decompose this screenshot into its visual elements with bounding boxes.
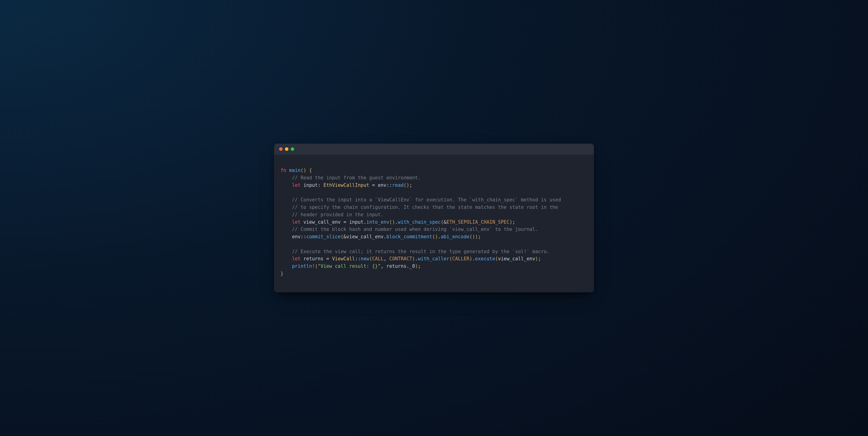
code-token: execute — [475, 256, 495, 262]
code-token: // Read the input from the guest environ… — [292, 175, 421, 180]
code-token: _0 — [409, 263, 415, 269]
code-token: ( — [441, 219, 443, 225]
code-token: view_call_env — [498, 256, 535, 262]
code-token — [281, 197, 292, 203]
code-token: ( — [341, 234, 343, 239]
code-token: let — [292, 256, 301, 262]
code-token: ) — [415, 263, 418, 269]
code-token: & — [344, 234, 346, 239]
code-token: . — [438, 234, 441, 239]
code-token: ; — [538, 256, 541, 262]
code-token: :: — [355, 256, 361, 262]
code-token: . — [364, 219, 366, 225]
code-token: ETH_SEPOLIA_CHAIN_SPEC — [446, 219, 509, 225]
code-token: ()) — [469, 234, 478, 239]
code-token: . — [415, 256, 418, 262]
code-token: // Execute the view call; it returns the… — [292, 249, 550, 254]
code-token: . — [472, 256, 475, 262]
code-token: :: — [301, 234, 306, 239]
code-token — [281, 227, 292, 232]
code-token: new — [361, 256, 369, 262]
minimize-icon[interactable] — [285, 147, 288, 151]
code-token: view_call_env — [346, 234, 383, 239]
code-token: ) — [509, 219, 512, 225]
code-token: returns — [386, 263, 406, 269]
code-token: ; — [418, 263, 421, 269]
code-token: // to specify the chain configuration. I… — [292, 204, 558, 210]
code-token: CONTRACT — [389, 256, 412, 262]
code-token: { — [309, 168, 312, 173]
code-token — [301, 256, 303, 262]
code-token: main — [289, 168, 301, 173]
code-token: & — [444, 219, 446, 225]
code-token: = — [341, 219, 349, 225]
code-token: = — [369, 182, 378, 188]
code-token: ) — [469, 256, 472, 262]
code-token: ; — [513, 219, 515, 225]
window-titlebar — [274, 144, 594, 155]
code-token: ( — [495, 256, 498, 262]
code-token: . — [383, 234, 386, 239]
code-token: returns — [304, 256, 323, 262]
code-token: env — [378, 182, 386, 188]
code-token — [281, 256, 292, 262]
code-token: EthViewCallInput — [323, 182, 369, 188]
code-token: ( — [315, 263, 318, 269]
close-icon[interactable] — [279, 147, 283, 151]
code-token: ( — [369, 256, 372, 262]
code-token: // header provided in the input. — [292, 212, 383, 217]
code-token: ) — [412, 256, 415, 262]
code-token: view_call_env — [304, 219, 341, 225]
code-token — [301, 182, 303, 188]
code-token: ( — [449, 256, 452, 262]
code-token: commit_slice — [306, 234, 341, 239]
code-token: // Converts the input into a `ViewCallEn… — [292, 197, 561, 203]
code-token — [301, 219, 303, 225]
code-token — [281, 234, 292, 239]
code-token: abi_encode — [441, 234, 469, 239]
code-token: : — [318, 182, 323, 188]
code-token: fn — [281, 168, 286, 173]
code-token: ) — [535, 256, 538, 262]
code-token: with_caller — [418, 256, 450, 262]
code-token — [281, 212, 292, 217]
code-token: let — [292, 182, 301, 188]
code-token: println! — [292, 263, 315, 269]
code-token — [281, 263, 292, 269]
code-token — [281, 219, 292, 225]
code-token: read — [392, 182, 403, 188]
code-token: block_commitment — [386, 234, 432, 239]
code-token: input — [304, 182, 318, 188]
code-token — [306, 168, 309, 173]
code-token: = — [323, 256, 332, 262]
code-token: . — [406, 263, 409, 269]
code-token: ViewCall — [332, 256, 355, 262]
code-token: :: — [386, 182, 392, 188]
code-window: fn main() { // Read the input from the g… — [274, 144, 594, 292]
code-token: let — [292, 219, 301, 225]
code-token: () — [389, 219, 395, 225]
code-token — [281, 182, 292, 188]
code-editor: fn main() { // Read the input from the g… — [274, 159, 594, 288]
code-token: into_env — [366, 219, 389, 225]
code-token: ; — [478, 234, 481, 239]
code-token: } — [281, 271, 283, 277]
code-token: input — [349, 219, 364, 225]
code-token: env — [292, 234, 301, 239]
code-token — [286, 168, 289, 173]
code-token: CALL — [372, 256, 383, 262]
code-token: ; — [409, 182, 412, 188]
code-token: () — [432, 234, 438, 239]
code-token: , — [381, 263, 386, 269]
code-token — [281, 175, 292, 180]
code-token: () — [404, 182, 409, 188]
code-token: // Commit the block hash and number used… — [292, 227, 538, 232]
zoom-icon[interactable] — [291, 147, 294, 151]
code-token — [281, 249, 292, 254]
code-token: () — [301, 168, 306, 173]
code-token: "View call result: {}" — [318, 263, 381, 269]
code-token: CALLER — [452, 256, 469, 262]
code-token: . — [395, 219, 398, 225]
code-token: with_chain_spec — [398, 219, 441, 225]
code-token: , — [383, 256, 389, 262]
